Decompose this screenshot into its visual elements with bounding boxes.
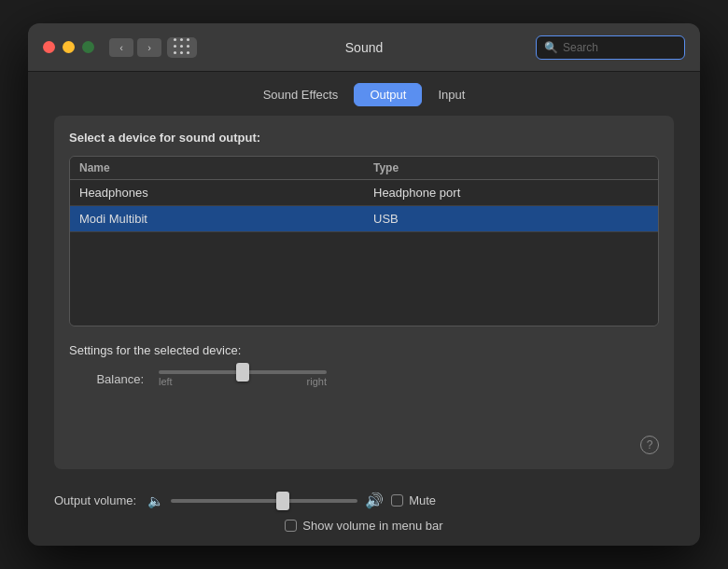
balance-left-label: left: [159, 376, 173, 387]
titlebar: ‹ › Sound 🔍: [28, 23, 700, 72]
window-title: Sound: [345, 40, 383, 55]
maximize-button[interactable]: [82, 41, 94, 53]
device-name-1: Modi Multibit: [70, 206, 364, 231]
grid-button[interactable]: [167, 37, 197, 58]
back-icon: ‹: [119, 42, 123, 53]
search-box[interactable]: 🔍: [536, 35, 685, 60]
mute-checkbox[interactable]: [391, 494, 403, 507]
balance-slider-thumb[interactable]: [236, 363, 249, 382]
select-device-title: Select a device for sound output:: [69, 131, 659, 145]
device-name-0: Headphones: [70, 180, 364, 205]
device-type-1: USB: [364, 206, 658, 231]
show-volume-checkbox[interactable]: [285, 520, 297, 532]
show-volume-row: Show volume in menu bar: [54, 519, 674, 533]
traffic-lights: [43, 41, 94, 53]
nav-buttons: ‹ ›: [109, 38, 161, 57]
main-panel: Select a device for sound output: Name T…: [54, 116, 674, 469]
show-volume-label: Show volume in menu bar: [302, 519, 442, 533]
balance-slider-container: left right: [159, 370, 327, 387]
search-icon: 🔍: [544, 41, 558, 54]
vol-low-icon: 🔈: [147, 493, 163, 508]
volume-slider[interactable]: [171, 499, 357, 503]
tab-output[interactable]: Output: [354, 83, 422, 106]
close-button[interactable]: [43, 41, 55, 53]
tab-sound-effects[interactable]: Sound Effects: [247, 83, 355, 106]
minimize-button[interactable]: [63, 41, 75, 53]
mute-label: Mute: [409, 493, 436, 507]
search-input[interactable]: [563, 41, 677, 54]
mute-row: Mute: [391, 493, 436, 507]
forward-icon: ›: [147, 42, 151, 53]
col-type-header: Type: [364, 157, 658, 179]
forward-button[interactable]: ›: [137, 38, 161, 57]
balance-label: Balance:: [88, 372, 144, 386]
grid-icon: [174, 38, 191, 56]
table-row[interactable]: Headphones Headphone port: [70, 180, 658, 206]
balance-right-label: right: [307, 376, 327, 387]
settings-section: Settings for the selected device: Balanc…: [69, 343, 659, 387]
table-header: Name Type: [70, 157, 658, 180]
help-icon: ?: [647, 438, 653, 451]
back-button[interactable]: ‹: [109, 38, 133, 57]
table-empty-area: [70, 232, 658, 326]
col-name-header: Name: [70, 157, 364, 179]
tabs-bar: Sound Effects Output Input: [28, 72, 700, 116]
output-volume-label: Output volume:: [54, 493, 136, 507]
volume-slider-thumb[interactable]: [276, 492, 289, 510]
vol-high-icon: 🔊: [365, 492, 384, 509]
content-area: Select a device for sound output: Name T…: [28, 116, 700, 484]
device-table: Name Type Headphones Headphone port Modi…: [69, 156, 659, 326]
volume-row: Output volume: 🔈 🔊 Mute: [54, 492, 674, 509]
tab-input[interactable]: Input: [422, 83, 481, 106]
device-type-0: Headphone port: [364, 180, 658, 205]
help-button[interactable]: ?: [640, 436, 659, 454]
balance-slider-track[interactable]: [159, 370, 327, 374]
balance-row: Balance: left right: [88, 370, 659, 387]
sound-window: ‹ › Sound 🔍 Sound Effects Output Input S: [28, 23, 700, 546]
settings-title: Settings for the selected device:: [69, 343, 659, 357]
bottom-bar: Output volume: 🔈 🔊 Mute Show volume in m…: [28, 484, 700, 546]
table-row[interactable]: Modi Multibit USB: [70, 206, 658, 232]
